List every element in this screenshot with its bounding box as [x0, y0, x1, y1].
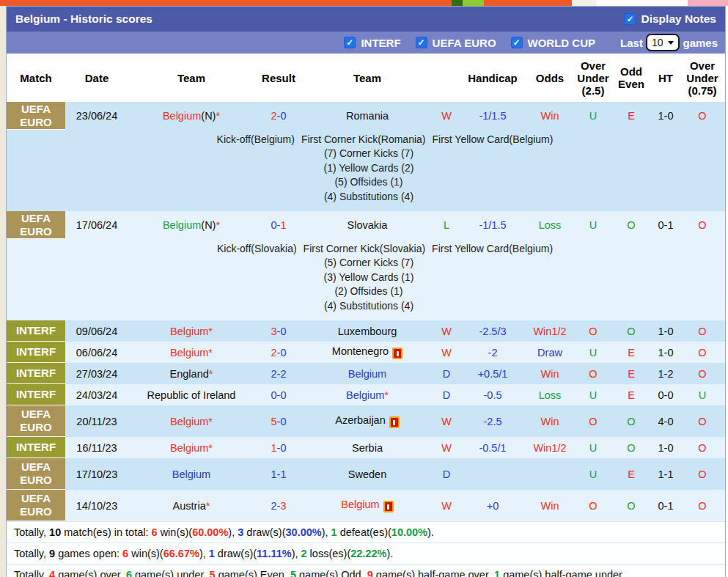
home-score: 2	[271, 368, 277, 380]
result-cell: 2-2	[254, 368, 303, 380]
star-marker: *	[384, 389, 389, 401]
match-row-main: UEFAEURO20/11/23Belgium*5-0AzerbaijanW-2…	[7, 405, 725, 437]
home-score: 5	[271, 416, 277, 427]
summary-part: draw(s)(	[215, 548, 257, 559]
ou075-value: O	[698, 347, 706, 359]
home-team-cell: Austria*	[128, 500, 254, 512]
away-score: 1	[280, 219, 286, 231]
wdl-value: D	[443, 468, 450, 480]
summary-part: game(s) half-game over,	[373, 569, 494, 577]
league-badge: UEFAEURO	[7, 102, 65, 130]
odds-value: Draw	[537, 347, 562, 359]
wdl-cell: D	[432, 368, 461, 380]
ou075-cell: O	[680, 347, 725, 359]
handicap-cell: +0.5/1	[461, 368, 524, 380]
ou25-cell: U	[576, 389, 611, 401]
summary-part: 2	[301, 548, 307, 559]
summary-part: 9	[367, 569, 373, 577]
col-header-1: Date	[65, 72, 128, 84]
wdl-value: W	[441, 442, 452, 454]
summary-text: Totally, 9 games open: 6 win(s)(66.67%),…	[14, 548, 393, 559]
match-row-main: UEFAEURO17/10/23Belgium1-1SwedenDUE1-1O	[7, 458, 725, 490]
summary-part: 9	[49, 548, 55, 559]
competition-checkbox[interactable]: ✓	[511, 37, 523, 48]
away-team-cell: Luxembourg	[303, 326, 432, 337]
ou075-value: O	[698, 219, 706, 231]
odd-even-value: E	[628, 110, 635, 122]
wdl-cell: W	[432, 110, 461, 122]
filter-bar: ✓INTERF✓UEFA EURO✓WORLD CUP Last 10 game…	[7, 32, 725, 54]
summary-part: game(s) under,	[132, 569, 210, 577]
team-name: Romania	[346, 110, 389, 122]
away-team: Sweden	[348, 468, 386, 480]
league-badge-line: UEFA	[21, 460, 51, 474]
ou075-value: O	[698, 500, 706, 512]
summary-part: 1	[209, 548, 215, 559]
match-row: INTERF24/03/24Republic of Ireland0-0Belg…	[7, 384, 725, 405]
last-games-select[interactable]: 10	[646, 34, 680, 51]
summary-part: Totally,	[14, 569, 49, 577]
competition-label: WORLD CUP	[528, 37, 596, 49]
home-team-cell: Republic of Ireland	[128, 389, 254, 401]
league-badge-line: UEFA	[21, 103, 51, 116]
wdl-value: W	[441, 500, 452, 512]
star-marker: *	[208, 347, 213, 359]
handicap-cell: -2.5/3	[461, 326, 524, 337]
league-badge: INTERF	[7, 320, 65, 342]
result-cell: 0-1	[254, 219, 303, 231]
date-cell: 06/06/24	[65, 347, 128, 359]
result-cell: 2-0	[254, 110, 303, 122]
display-notes-checkbox[interactable]: ✓	[624, 13, 636, 25]
result-cell: 3-0	[254, 326, 303, 337]
competition-checkbox[interactable]: ✓	[344, 37, 356, 48]
odds-value: Win	[541, 368, 559, 380]
ou075-value: O	[698, 326, 706, 337]
red-card-bar	[393, 420, 395, 425]
league-badge-line: EURO	[20, 505, 51, 518]
summary-part: game(s) over,	[55, 569, 126, 577]
competition-checkbox[interactable]: ✓	[416, 37, 427, 48]
home-team: Belgium(N)*	[163, 219, 220, 231]
red-card-icon	[389, 416, 400, 428]
home-score: 2	[271, 110, 277, 122]
match-notes: Kick-off(Belgium)First Corner Kick(Roman…	[7, 130, 725, 211]
handicap-value: -0.5/1	[479, 442, 506, 454]
odd-even-value: E	[628, 389, 635, 401]
ht-value: 1-1	[658, 468, 674, 480]
page-background-strip	[0, 0, 728, 6]
league-badge-line: INTERF	[16, 367, 56, 380]
summary-part: 30.00%	[286, 526, 322, 538]
summary-part: 22.22%	[350, 548, 386, 559]
league-badge-line: INTERF	[16, 388, 56, 401]
star-marker: *	[206, 500, 210, 512]
team-name: Belgium	[341, 499, 379, 510]
handicap-value: -0.5	[484, 389, 502, 401]
team-name: Azerbaijan	[335, 414, 386, 426]
home-score: 1	[271, 442, 277, 454]
ht-cell: 0-1	[652, 500, 680, 512]
wdl-cell: W	[432, 347, 461, 359]
notes-headline-item: First Yellow Card(Belgium)	[432, 241, 553, 256]
ou075-cell: O	[680, 442, 725, 454]
ou25-cell: U	[576, 219, 611, 231]
ht-value: 1-0	[658, 347, 674, 359]
col-header-line: (0.75)	[680, 84, 725, 97]
match-row: INTERF06/06/24Belgium*2-0MontenegroW-2Dr…	[7, 342, 725, 363]
notes-headline-item: First Corner Kick(Slovakia)	[304, 241, 425, 256]
odd-even-value: O	[627, 416, 635, 427]
summary-part: defeat(es)(	[337, 526, 391, 538]
ht-value: 1-0	[658, 326, 674, 337]
team-name: Republic of Ireland	[147, 389, 236, 401]
handicap-cell: -2.5	[461, 416, 524, 427]
col-header-line: Match	[7, 72, 65, 84]
league-badge: UEFAEURO	[7, 211, 65, 239]
ht-value: 4-0	[658, 416, 674, 427]
ou075-value: O	[698, 468, 706, 480]
ht-value: 1-2	[658, 368, 674, 380]
odd-even-value: O	[627, 326, 635, 337]
notes-headline: Kick-off(Belgium)First Corner Kick(Roman…	[7, 132, 725, 147]
team-name: Belgium	[346, 389, 384, 401]
home-score: 0	[271, 219, 277, 231]
match-row: UEFAEURO17/10/23Belgium1-1SwedenDUE1-1O	[7, 458, 725, 490]
col-header-8: OverUnder(2.5)	[576, 59, 611, 97]
